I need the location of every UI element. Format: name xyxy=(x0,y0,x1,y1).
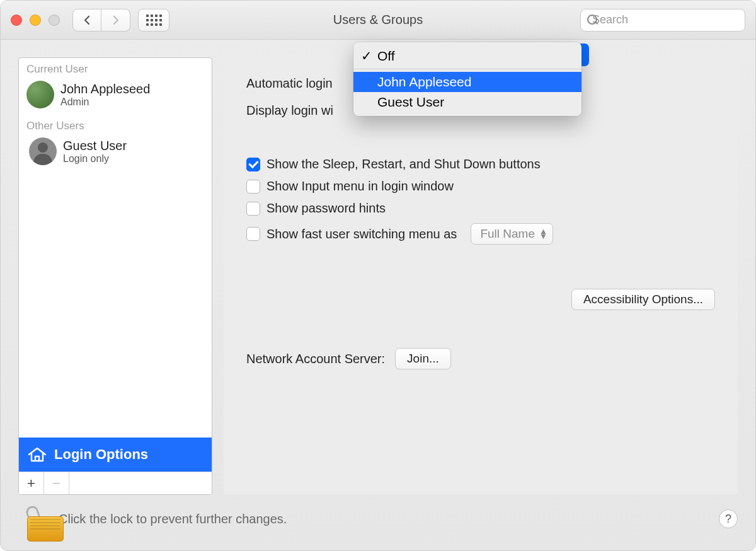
checkbox-input-menu[interactable] xyxy=(246,180,260,194)
maximize-icon xyxy=(49,14,60,26)
minimize-icon[interactable] xyxy=(30,14,41,26)
house-icon xyxy=(28,447,47,462)
lock-icon[interactable] xyxy=(26,505,47,533)
search-field[interactable] xyxy=(580,9,745,32)
show-all-button[interactable] xyxy=(138,9,169,32)
avatar xyxy=(26,81,54,108)
checkbox-sleep[interactable] xyxy=(246,158,260,171)
dropdown-item-john[interactable]: John Appleseed xyxy=(353,72,581,92)
chevron-updown-icon: ▲▼ xyxy=(539,229,547,239)
search-input[interactable] xyxy=(592,13,738,26)
dropdown-item-label: Guest User xyxy=(377,95,444,110)
checkbox-row-input-menu: Show Input menu in login window xyxy=(246,179,715,194)
join-button[interactable]: Join... xyxy=(395,348,451,369)
dropdown-item-off[interactable]: ✓ Off xyxy=(353,46,581,66)
checkbox-sleep-label: Show the Sleep, Restart, and Shut Down b… xyxy=(266,157,541,171)
checkbox-input-menu-label: Show Input menu in login window xyxy=(266,179,454,194)
accessibility-options-button[interactable]: Accessibility Options... xyxy=(571,289,715,310)
window-body: Current User John Appleseed Admin Other … xyxy=(1,40,755,501)
dropdown-item-label: John Appleseed xyxy=(377,74,471,90)
grid-icon xyxy=(146,14,162,26)
preferences-window: Users & Groups Current User John Applese… xyxy=(0,0,756,551)
close-icon[interactable] xyxy=(11,14,22,26)
checkbox-row-sleep: Show the Sleep, Restart, and Shut Down b… xyxy=(246,157,715,171)
footer: Click the lock to prevent further change… xyxy=(1,501,755,550)
fast-switch-select[interactable]: Full Name ▲▼ xyxy=(471,223,553,245)
user-role: Admin xyxy=(60,96,150,108)
checkbox-fast-switch[interactable] xyxy=(246,227,260,241)
sidebar-login-options[interactable]: Login Options xyxy=(19,438,212,472)
checkbox-fast-switch-label: Show fast user switching menu as xyxy=(266,227,457,241)
fast-switch-value: Full Name xyxy=(480,227,535,241)
network-account-label: Network Account Server: xyxy=(246,352,385,366)
network-account-row: Network Account Server: Join... xyxy=(246,348,715,369)
sidebar-user-guest[interactable]: Guest User Login only xyxy=(19,135,212,171)
checkbox-row-fast-switch: Show fast user switching menu as Full Na… xyxy=(246,223,715,245)
sidebar-section-current: Current User xyxy=(19,58,212,78)
remove-user-button[interactable]: − xyxy=(44,472,69,494)
avatar xyxy=(29,137,57,165)
display-login-label: Display login wi xyxy=(246,103,333,118)
nav-segment xyxy=(72,9,130,32)
add-user-button[interactable]: + xyxy=(19,472,44,494)
dropdown-separator xyxy=(353,69,581,69)
traffic-lights xyxy=(11,14,60,26)
user-role: Login only xyxy=(63,153,127,165)
auto-login-label: Automatic login xyxy=(246,76,333,91)
forward-button[interactable] xyxy=(101,9,130,32)
auto-login-dropdown: ✓ Off John Appleseed Guest User xyxy=(353,42,581,116)
checkbox-pw-hints[interactable] xyxy=(246,202,260,216)
user-name: Guest User xyxy=(63,139,127,153)
sidebar-footer: + − xyxy=(19,472,212,494)
checkmark-icon: ✓ xyxy=(361,49,372,64)
back-button[interactable] xyxy=(72,9,101,32)
users-sidebar: Current User John Appleseed Admin Other … xyxy=(18,57,212,495)
sidebar-section-other: Other Users xyxy=(19,115,212,135)
dropdown-item-guest[interactable]: Guest User xyxy=(353,92,581,112)
lock-message: Click the lock to prevent further change… xyxy=(59,512,287,526)
dropdown-item-label: Off xyxy=(377,49,395,64)
login-options-label: Login Options xyxy=(54,446,148,463)
user-name: John Appleseed xyxy=(60,82,150,96)
titlebar: Users & Groups xyxy=(1,1,755,40)
sidebar-user-current[interactable]: John Appleseed Admin xyxy=(19,78,212,115)
main-panel: Automatic login Display login wi Show th… xyxy=(224,57,738,495)
checkbox-pw-hints-label: Show password hints xyxy=(266,201,386,216)
help-button[interactable]: ? xyxy=(719,509,738,528)
checkbox-row-pw-hints: Show password hints xyxy=(246,201,715,216)
